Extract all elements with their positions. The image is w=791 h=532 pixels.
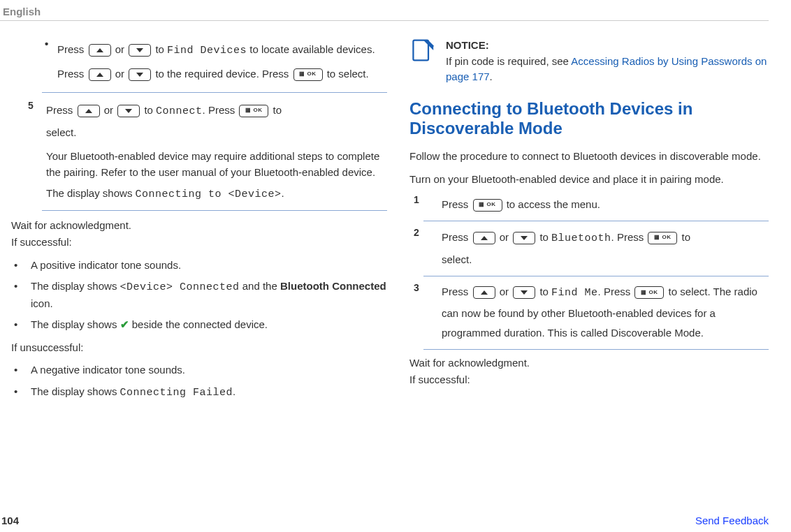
text: to	[539, 286, 549, 297]
text: Press	[442, 198, 468, 210]
page-number: 104	[0, 515, 19, 526]
ok-button-icon	[239, 105, 268, 117]
text: or	[115, 43, 124, 55]
text: The display shows	[31, 318, 120, 330]
down-arrow-icon	[117, 105, 140, 117]
text: to	[273, 104, 282, 116]
text: to	[682, 231, 691, 243]
list-item: A positive indicator tone sounds.	[11, 258, 387, 274]
ok-button-icon	[648, 232, 677, 244]
text: or	[104, 104, 113, 116]
ok-button-icon	[473, 199, 502, 212]
divider	[42, 210, 387, 211]
step-number: 1	[414, 194, 419, 205]
notice-label: NOTICE:	[446, 39, 489, 51]
step-continued-bullet: • Press or to Find Devices to locate ava…	[28, 38, 387, 85]
text: to	[155, 43, 164, 55]
text: or	[500, 231, 509, 243]
up-arrow-icon	[473, 286, 495, 299]
lcd-text: Find Devices	[167, 45, 247, 57]
text: Turn on your Bluetooth-enabled device an…	[409, 172, 769, 188]
down-arrow-icon	[129, 68, 151, 81]
checkmark-icon: ✔	[120, 318, 129, 330]
divider	[423, 349, 769, 350]
step-number: 5	[28, 100, 34, 111]
text: If unsuccessful:	[11, 340, 387, 356]
divider	[42, 92, 387, 93]
svg-rect-0	[413, 40, 428, 61]
text: .	[490, 71, 493, 82]
list-item: The display shows Connecting Failed.	[11, 384, 387, 401]
down-arrow-icon	[513, 232, 535, 244]
text: .	[282, 187, 284, 199]
text: Press	[57, 43, 84, 55]
text: Press	[46, 104, 73, 116]
down-arrow-icon	[129, 44, 151, 57]
notice-icon	[409, 38, 435, 63]
up-arrow-icon	[89, 44, 111, 57]
step-1: 1 Press to access the menu.	[409, 194, 769, 215]
text: Press	[442, 231, 468, 243]
list-item: The display shows <Device> Connected and…	[11, 279, 387, 311]
lcd-text: Connecting to <Device>	[136, 189, 282, 200]
section-heading: Connecting to Bluetooth Devices in Disco…	[409, 99, 769, 140]
lcd-text: <Device> Connected	[120, 281, 240, 293]
text: Wait for acknowledgment.	[409, 355, 769, 371]
text: to access the menu.	[507, 198, 600, 210]
bold-text: Bluetooth Connected	[280, 280, 386, 292]
text: Wait for acknowledgment.	[11, 218, 387, 234]
step-3: 3 Press or to Find Me. Press to select. …	[409, 282, 769, 343]
text: to the	[155, 68, 182, 80]
bullet: •	[45, 38, 57, 85]
lcd-text: Bluetooth	[551, 232, 611, 244]
text: . Press	[203, 104, 235, 116]
text: or	[115, 68, 124, 80]
text: to	[669, 286, 678, 297]
left-column: • Press or to Find Devices to locate ava…	[28, 38, 387, 408]
fail-list: A negative indicator tone sounds. The di…	[11, 362, 387, 401]
text: select.	[46, 126, 76, 138]
divider	[423, 276, 769, 276]
send-feedback-link[interactable]: Send Feedback	[695, 515, 769, 526]
down-arrow-icon	[513, 286, 535, 299]
text: icon.	[31, 297, 53, 309]
up-arrow-icon	[78, 105, 100, 117]
text: Follow the procedure to connect to Bluet…	[409, 149, 769, 165]
success-list: A positive indicator tone sounds. The di…	[11, 258, 387, 333]
text: If pin code is required, see	[446, 55, 571, 67]
ok-button-icon	[634, 286, 664, 299]
right-column: NOTICE: If pin code is required, see Acc…	[409, 38, 769, 408]
footer: 104 Send Feedback	[0, 515, 769, 526]
step-5: 5 Press or to Connect. Press to select. …	[28, 100, 387, 203]
lcd-text: Connecting Failed	[120, 387, 233, 399]
text: select.	[442, 253, 472, 265]
text: . Press	[598, 286, 631, 297]
text: If successful:	[11, 235, 387, 251]
text: and the	[240, 280, 280, 292]
language-header: English	[0, 6, 769, 21]
text: . Press	[611, 231, 644, 243]
text: beside the connected device.	[129, 318, 268, 330]
text: .	[233, 385, 235, 397]
text: The display shows	[46, 187, 136, 199]
ok-button-icon	[293, 68, 323, 81]
text: Your Bluetooth-enabled device may requir…	[46, 149, 387, 180]
text: to locate	[249, 43, 289, 55]
lcd-text: Connect	[156, 105, 203, 117]
list-item: A negative indicator tone sounds.	[11, 362, 387, 378]
step-number: 2	[414, 227, 419, 238]
text: to select.	[327, 68, 369, 80]
notice-box: NOTICE: If pin code is required, see Acc…	[409, 38, 769, 85]
up-arrow-icon	[89, 68, 111, 81]
text: The display shows	[31, 385, 120, 397]
step-2: 2 Press or to Bluetooth. Press to select…	[409, 227, 769, 270]
step-number: 3	[414, 282, 419, 293]
text: to	[539, 231, 549, 243]
text: The display shows	[31, 280, 120, 292]
text: to	[144, 104, 153, 116]
text: Press	[442, 286, 468, 297]
text: required device. Press	[184, 68, 289, 80]
list-item: The display shows ✔ beside the connected…	[11, 317, 387, 333]
text: or	[500, 286, 509, 297]
up-arrow-icon	[473, 232, 495, 244]
